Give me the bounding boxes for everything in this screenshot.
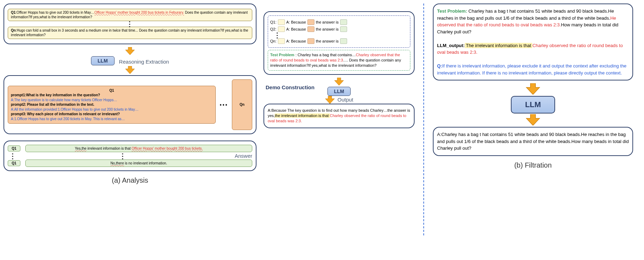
output-label: Output [337,97,353,103]
qn-label: Qn [11,28,16,32]
analysis-column: Q1:Officer Hopps has to give out 200 tic… [4,4,260,235]
prompt1-label: prompt1:What is the key information in t… [11,93,100,97]
q1-prompt-card: Q1 prompt1:What is the key information i… [8,86,216,124]
q-block: Q:If there is irrelevant information, pl… [437,63,629,76]
llm-box: LLM [327,87,351,96]
qn-text: :Hugo can fold a small box in 3 seconds … [11,28,248,37]
chip-yellow-icon [278,19,285,25]
filtration-input-panel: Test Problem: Charley has a bag t hat co… [433,4,633,80]
filtration-column: Test Problem: Charley has a bag t hat co… [429,4,633,235]
ans2-post: is no irrelevant information. [124,161,167,165]
test-problem-block: Test Problem: Charley has a bag t hat co… [437,8,629,35]
chip-green-icon [340,19,347,25]
demo-panel: Q1: A: Because the answer is Q2: A: Beca… [264,11,415,75]
demo-q1-label: Q1: [270,20,277,24]
horizontal-dots-icon: ⋯ [219,100,228,110]
question-qn: Qn:Hugo can fold a small box in 3 second… [8,27,252,39]
arrow-down-icon [325,96,335,104]
demo-a-because: A: Because [286,39,306,43]
chip-orange-icon [307,26,314,32]
q-label: Q: [437,63,442,69]
qn-prompt-card: Qn [232,79,252,130]
vertical-dots-icon: ⋮ [270,33,408,37]
llm-box-big: LLM [511,96,555,113]
answer-q-tag: Q1 [8,160,20,166]
final-answer-panel: A:Charley has a bag t hat contains 51 wh… [433,127,633,156]
final-answer-text: A:Charley has a bag t hat contains 51 wh… [437,132,629,151]
q1-text-pre: :Officer Hopps has to give out 200 ticke… [15,11,94,14]
vertical-dots-icon: ⋮ [21,154,225,158]
question-q1: Q1:Officer Hopps has to give out 200 tic… [8,9,252,21]
filtration-caption: (b) Filtration [433,161,633,169]
q1-text-red: Officer Hopps' mother bought 200 bus tic… [95,11,184,14]
prompt1-answer: A:The key question is to calculate how m… [11,98,213,103]
vertical-dots-icon: ⋮ [8,154,18,158]
prompt2-label: prompt2: Please list all the information… [11,103,94,106]
answer-yes: Yes,the irrelevant information is that O… [25,145,252,152]
prompt3-label: prompt3: Why each piece of information i… [11,112,120,116]
ans1-red: Officer Hopps' mother bought 200 bus tic… [132,147,203,150]
demo-line-qn: Qn: A: Because the answer is [270,38,408,44]
q1-card-label: Q1 [109,89,114,92]
test-problem-pre: : Charley has a bag that contains… [294,53,356,57]
output-hl: the irrelevant information is that [275,113,330,118]
demo-answer-is: the answer is [316,20,339,24]
demo-a-because: A: Because [286,20,306,24]
chip-orange-icon [307,19,314,25]
reasoning-extraction-label: Reasoning Extraction [119,59,169,65]
demo-line-q2: Q2: A: Because the answer is [270,26,408,32]
llm-output-label: LLM_output: [437,43,465,48]
ans1-mid: irrelevant information is that [86,147,131,150]
chip-yellow-icon [278,38,285,44]
arrow-down-icon [433,83,633,95]
prompts-panel: Q1 prompt1:What is the key information i… [4,75,256,134]
questions-panel: Q1:Officer Hopps has to give out 200 tic… [4,4,256,44]
q-text: If there is irrelevant information, plea… [437,63,626,76]
analysis-caption: (a) Analysis [4,176,256,184]
output-panel: A:Because The key question is to find ou… [264,104,415,128]
answers-panel: Q1 Yes,the irrelevant information is tha… [4,141,256,171]
llm-output-block: LLM_output: The irrelevant information i… [437,42,629,56]
ans1-pre: Yes,the [75,147,86,150]
vertical-dots-icon: ⋮ [8,22,252,26]
demo-shots-box: Q1: A: Because the answer is Q2: A: Beca… [268,15,410,48]
answer-label: Answer [235,153,252,159]
llm-reasoning-row: LLM Reasoning Extraction [4,56,256,65]
demo-q2-label: Q2: [270,27,277,31]
vertical-divider [423,4,424,235]
llm-box: LLM [91,56,115,65]
demo-answer-is: the answer is [316,27,339,31]
chip-orange-icon [307,38,314,44]
prompt3-answer: A:1.Officer Hopps has to give out 200 ti… [11,117,213,122]
diagram-root: Q1:Officer Hopps has to give out 200 tic… [4,4,640,235]
demo-test-problem-box: Test Problem : Charley has a bag that co… [268,50,410,71]
demo-line-q1: Q1: A: Because the answer is [270,19,408,25]
demo-answer-is: the answer is [316,39,339,43]
answer-q-tag: Q1 [8,145,20,151]
qn-card-label: Qn [240,102,245,107]
ans2-pre: No,there [110,161,124,165]
llm-big-row: LLM [433,96,633,113]
demo-a-because: A: Because [286,27,306,31]
chip-green-icon [340,38,347,44]
arrow-down-icon [433,114,633,126]
test-problem-label: Test Problem: [437,8,467,14]
output-arrow-row: Output [264,96,415,104]
arrow-down-icon [4,47,256,56]
test-problem-label: Test Problem [270,53,294,57]
prompt2-answer: A:All the information provided:1.Officer… [11,107,213,112]
llm-out-hl: The irrelevant information is that [465,43,533,48]
demo-qn-label: Qn: [270,39,277,43]
answer-no: No,there is no irrelevant information. [25,160,252,167]
demo-column: Demo Construction Q1: A: Because the ans… [260,4,418,235]
q1-label: Q1 [11,11,15,14]
chip-green-icon [340,26,347,32]
arrow-down-icon [4,66,256,74]
